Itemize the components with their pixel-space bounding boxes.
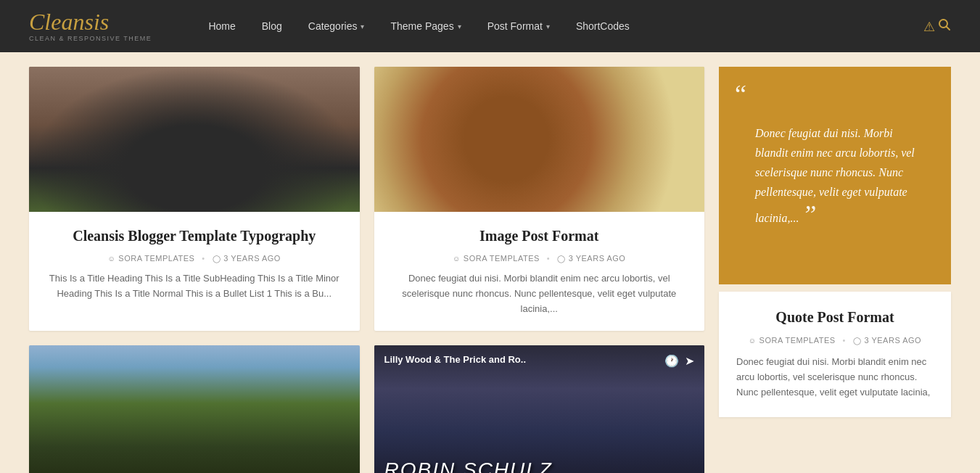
post-author-1: ☺ SORA TEMPLATES — [108, 254, 195, 263]
navbar: Cleansis CLEAN & RESPONSIVE THEME Home B… — [0, 0, 980, 52]
post-card-2: Image Post Format ☺ SORA TEMPLATES • ◯ 3… — [374, 67, 705, 331]
post-title-2[interactable]: Image Post Format — [392, 226, 688, 245]
sidebar-quote-post: Quote Post Format ☺ SORA TEMPLATES • ◯ 3… — [719, 292, 951, 417]
post-card-1: Cleansis Blogger Template Typography ☺ S… — [29, 67, 360, 331]
logo-sub: CLEAN & RESPONSIVE THEME — [29, 35, 152, 42]
sidebar: “ Donec feugiat dui nisi. Morbi blandit … — [719, 67, 951, 473]
post-excerpt-2: Donec feugiat dui nisi. Morbi blandit en… — [392, 271, 688, 316]
nav-categories[interactable]: Categories ▾ — [295, 0, 378, 52]
post-card-4: Lilly Wood & The Prick and Ro.. 🕐 ➤ ROBI… — [374, 345, 705, 473]
nav-theme-pages[interactable]: Theme Pages ▾ — [377, 0, 474, 52]
post-date-1: ◯ 3 YEARS AGO — [213, 254, 281, 263]
clock-icon: ◯ — [213, 255, 221, 263]
sidebar-quote-block: “ Donec feugiat dui nisi. Morbi blandit … — [719, 67, 951, 284]
video-overlay: Lilly Wood & The Prick and Ro.. 🕐 ➤ ROBI… — [374, 345, 705, 473]
quote-open-icon: “ — [735, 81, 746, 107]
meta-divider: • — [843, 336, 846, 345]
quote-close-icon: ” — [802, 200, 816, 229]
video-artist-text: ROBIN SCHULZ — [384, 458, 695, 473]
nav-links: Home Blog Categories ▾ Theme Pages ▾ Pos… — [195, 0, 923, 52]
nav-shortcodes[interactable]: ShortCodes — [563, 0, 643, 52]
video-icons: 🕐 ➤ — [664, 354, 694, 368]
nav-blog[interactable]: Blog — [249, 0, 295, 52]
post-image-camera — [29, 67, 360, 212]
post-image-nuts — [374, 67, 705, 212]
user-icon: ☺ — [453, 255, 461, 263]
video-title: Lilly Wood & The Prick and Ro.. — [384, 354, 665, 365]
post-image-forest — [29, 345, 360, 473]
quote-post-excerpt: Donec feugiat dui nisi. Morbi blandit en… — [736, 355, 934, 400]
quote-post-meta: ☺ SORA TEMPLATES • ◯ 3 YEARS AGO — [736, 336, 934, 345]
sidebar-quote-text: Donec feugiat dui nisi. Morbi blandit en… — [741, 123, 929, 229]
chevron-down-icon: ▾ — [361, 22, 364, 30]
nav-home[interactable]: Home — [195, 0, 248, 52]
user-icon: ☺ — [108, 255, 116, 263]
search-icon[interactable]: ⚠ — [923, 18, 952, 35]
logo-text: Cleansis — [29, 10, 109, 33]
posts-grid: Cleansis Blogger Template Typography ☺ S… — [29, 67, 704, 473]
quote-post-author: ☺ SORA TEMPLATES — [749, 336, 836, 345]
post-card-3 — [29, 345, 360, 473]
video-title-bar: Lilly Wood & The Prick and Ro.. 🕐 ➤ — [384, 354, 695, 368]
meta-divider: • — [202, 254, 205, 263]
post-image-video: Lilly Wood & The Prick and Ro.. 🕐 ➤ ROBI… — [374, 345, 705, 473]
post-card-body-1: Cleansis Blogger Template Typography ☺ S… — [29, 212, 360, 316]
post-meta-2: ☺ SORA TEMPLATES • ◯ 3 YEARS AGO — [392, 254, 688, 263]
post-title-1[interactable]: Cleansis Blogger Template Typography — [46, 226, 342, 245]
quote-post-title[interactable]: Quote Post Format — [736, 309, 934, 326]
clock-icon: ◯ — [557, 255, 566, 263]
meta-divider: • — [547, 254, 550, 263]
post-meta-1: ☺ SORA TEMPLATES • ◯ 3 YEARS AGO — [46, 254, 342, 263]
main-content: Cleansis Blogger Template Typography ☺ S… — [0, 52, 980, 473]
user-icon: ☺ — [749, 337, 757, 345]
svg-line-1 — [947, 26, 950, 30]
clock-video-icon: 🕐 — [664, 354, 679, 368]
post-date-2: ◯ 3 YEARS AGO — [557, 254, 625, 263]
post-card-body-2: Image Post Format ☺ SORA TEMPLATES • ◯ 3… — [374, 212, 705, 331]
clock-icon: ◯ — [853, 337, 862, 345]
share-icon: ➤ — [685, 354, 694, 368]
post-author-2: ☺ SORA TEMPLATES — [453, 254, 540, 263]
chevron-down-icon: ▾ — [458, 22, 461, 30]
logo[interactable]: Cleansis CLEAN & RESPONSIVE THEME — [29, 10, 152, 42]
chevron-down-icon: ▾ — [546, 22, 550, 30]
nav-post-format[interactable]: Post Format ▾ — [474, 0, 563, 52]
post-excerpt-1: This Is a Title Heading This Is a Title … — [46, 271, 342, 302]
quote-post-date: ◯ 3 YEARS AGO — [853, 336, 921, 345]
